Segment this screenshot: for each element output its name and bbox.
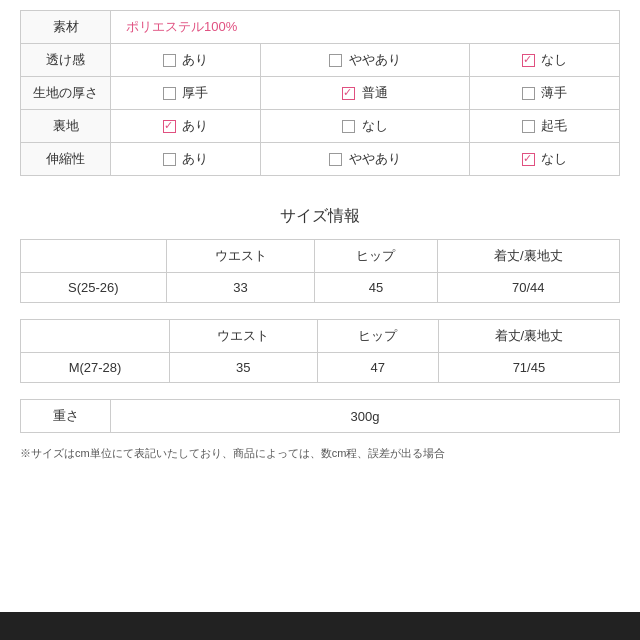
size-m-label: M(27-28) [21, 353, 170, 383]
table-row-thickness: 生地の厚さ 厚手 普通 薄手 [21, 77, 620, 110]
checkbox-empty-icon5 [342, 120, 355, 133]
weight-label: 重さ [21, 400, 111, 433]
lining-opt2: なし [261, 110, 470, 143]
transparency-label2: ややあり [349, 52, 401, 67]
thickness-opt3: 薄手 [469, 77, 619, 110]
size-col-header-empty [21, 240, 167, 273]
stretch-label3: なし [541, 151, 567, 166]
checkbox-checked-icon4 [522, 153, 535, 166]
footer-bar [0, 612, 640, 640]
transparency-label3: なし [541, 52, 567, 67]
checkbox-empty-icon [163, 54, 176, 67]
stretch-opt3: なし [469, 143, 619, 176]
checkbox-checked-icon2 [342, 87, 355, 100]
checkbox-empty-icon7 [163, 153, 176, 166]
checkbox-empty-icon6 [522, 120, 535, 133]
thickness-label3: 薄手 [541, 85, 567, 100]
table-row-s: S(25-26) 33 45 70/44 [21, 273, 620, 303]
stretch-opt1: あり [111, 143, 261, 176]
transparency-opt3: なし [469, 44, 619, 77]
size2-col-header-hip: ヒップ [317, 320, 438, 353]
checkbox-empty-icon8 [329, 153, 342, 166]
size-table2-header-row: ウエスト ヒップ 着丈/裏地丈 [21, 320, 620, 353]
material-table: 素材 ポリエステル100% 透け感 あり ややあり なし [20, 10, 620, 176]
thickness-label1: 厚手 [182, 85, 208, 100]
stretch-label1: あり [182, 151, 208, 166]
weight-table: 重さ 300g [20, 399, 620, 433]
size2-col-header-waist: ウエスト [170, 320, 318, 353]
thickness-header: 生地の厚さ [21, 77, 111, 110]
size-s-hip: 45 [315, 273, 437, 303]
checkbox-checked-icon3 [163, 120, 176, 133]
weight-value: 300g [111, 400, 620, 433]
stretch-opt2: ややあり [261, 143, 470, 176]
checkbox-checked-icon [522, 54, 535, 67]
lining-label3: 起毛 [541, 118, 567, 133]
material-header: 素材 [21, 11, 111, 44]
checkbox-empty-icon2 [329, 54, 342, 67]
checkbox-empty-icon3 [163, 87, 176, 100]
weight-row: 重さ 300g [21, 400, 620, 433]
transparency-opt2: ややあり [261, 44, 470, 77]
thickness-label2: 普通 [362, 85, 388, 100]
size-note: ※サイズはcm単位にて表記いたしており、商品によっては、数cm程、誤差が出る場合 [20, 445, 620, 463]
size-table-2: ウエスト ヒップ 着丈/裏地丈 M(27-28) 35 47 71/45 [20, 319, 620, 383]
size-m-length: 71/45 [438, 353, 619, 383]
table-row-stretch: 伸縮性 あり ややあり なし [21, 143, 620, 176]
size-s-waist: 33 [166, 273, 315, 303]
size-m-hip: 47 [317, 353, 438, 383]
size-table-header-row: ウエスト ヒップ 着丈/裏地丈 [21, 240, 620, 273]
stretch-label2: ややあり [349, 151, 401, 166]
stretch-header: 伸縮性 [21, 143, 111, 176]
material-value: ポリエステル100% [111, 11, 620, 44]
size-table-1: ウエスト ヒップ 着丈/裏地丈 S(25-26) 33 45 70/44 [20, 239, 620, 303]
size-col-header-waist: ウエスト [166, 240, 315, 273]
size-col-header-length: 着丈/裏地丈 [437, 240, 620, 273]
table-row-transparency: 透け感 あり ややあり なし [21, 44, 620, 77]
transparency-label1: あり [182, 52, 208, 67]
size-m-waist: 35 [170, 353, 318, 383]
lining-opt3: 起毛 [469, 110, 619, 143]
transparency-header: 透け感 [21, 44, 111, 77]
thickness-opt2: 普通 [261, 77, 470, 110]
size-s-length: 70/44 [437, 273, 620, 303]
lining-label2: なし [362, 118, 388, 133]
main-container: 素材 ポリエステル100% 透け感 あり ややあり なし [0, 0, 640, 473]
table-row-material: 素材 ポリエステル100% [21, 11, 620, 44]
size2-col-header-length: 着丈/裏地丈 [438, 320, 619, 353]
checkbox-empty-icon4 [522, 87, 535, 100]
size-s-label: S(25-26) [21, 273, 167, 303]
lining-opt1: あり [111, 110, 261, 143]
thickness-opt1: 厚手 [111, 77, 261, 110]
table-row-lining: 裏地 あり なし 起毛 [21, 110, 620, 143]
size2-col-header-empty [21, 320, 170, 353]
table-row-m: M(27-28) 35 47 71/45 [21, 353, 620, 383]
lining-header: 裏地 [21, 110, 111, 143]
lining-label1: あり [182, 118, 208, 133]
size-col-header-hip: ヒップ [315, 240, 437, 273]
size-section-title: サイズ情報 [20, 206, 620, 227]
transparency-opt1: あり [111, 44, 261, 77]
